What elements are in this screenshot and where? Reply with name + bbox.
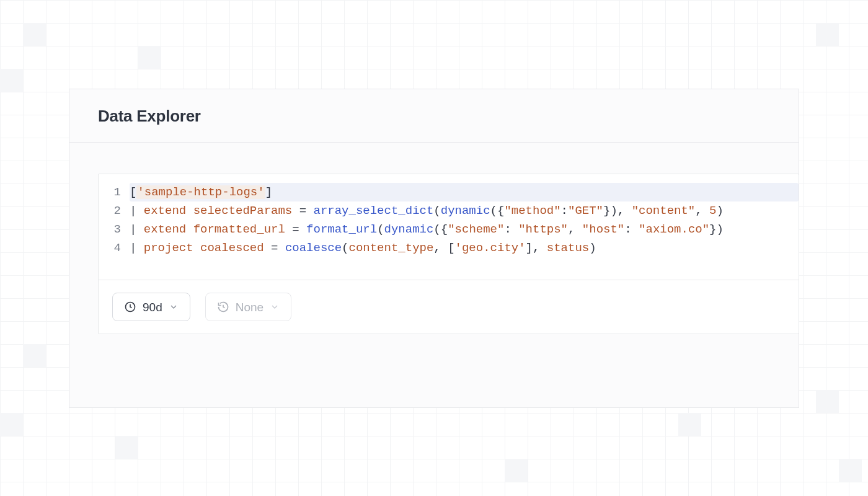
line-body[interactable]: ['sample-http-logs'] — [130, 183, 799, 202]
line-number: 1 — [99, 183, 130, 202]
chevron-down-icon — [169, 302, 179, 312]
editor-toolbar: 90d None — [99, 280, 799, 334]
clock-icon — [124, 301, 136, 313]
code-line: 4| project coalesced = coalesce(content_… — [99, 239, 799, 257]
history-icon — [217, 301, 229, 313]
query-editor[interactable]: 1['sample-http-logs']2| extend selectedP… — [98, 174, 799, 334]
line-body[interactable]: | extend formatted_url = format_url(dyna… — [130, 220, 799, 239]
code-line: 3| extend formatted_url = format_url(dyn… — [99, 220, 799, 239]
data-explorer-panel: Data Explorer 1['sample-http-logs']2| ex… — [69, 89, 799, 408]
code-block[interactable]: 1['sample-http-logs']2| extend selectedP… — [99, 174, 799, 280]
code-line: 1['sample-http-logs'] — [99, 183, 799, 202]
line-body[interactable]: | project coalesced = coalesce(content_t… — [130, 239, 799, 257]
line-number: 2 — [99, 202, 130, 220]
chevron-down-icon — [270, 302, 280, 312]
panel-header: Data Explorer — [69, 89, 799, 143]
time-range-label: 90d — [143, 301, 162, 313]
line-number: 4 — [99, 239, 130, 257]
compare-button[interactable]: None — [205, 293, 291, 321]
time-range-button[interactable]: 90d — [112, 293, 190, 321]
compare-label: None — [236, 301, 264, 313]
panel-title: Data Explorer — [98, 107, 770, 126]
line-number: 3 — [99, 220, 130, 239]
code-line: 2| extend selectedParams = array_select_… — [99, 202, 799, 220]
line-body[interactable]: | extend selectedParams = array_select_d… — [130, 202, 799, 220]
